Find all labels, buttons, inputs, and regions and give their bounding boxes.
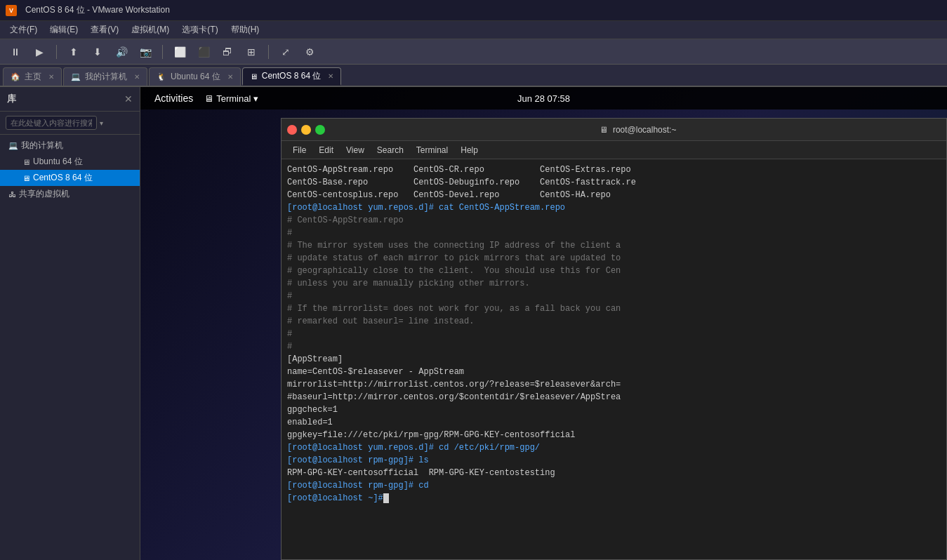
terminal-titlebar: 🖥 root@localhost:~ [282,119,946,141]
tree-icon: 🖥 [22,158,30,166]
vmware-menubar: 文件(F)编辑(E)查看(V)虚拟机(M)选项卡(T)帮助(H) [0,21,947,39]
terminal-line: [root@localhost ~]# [287,492,941,505]
terminal-line: # If the mirrorlist= does not work for y… [287,302,941,315]
tab-close-icon[interactable]: ✕ [227,73,233,81]
toolbar-btn-9[interactable]: ⊞ [241,44,261,60]
terminal-arrow-icon: ▾ [253,93,258,104]
tab-icon: 🖥 [250,72,258,81]
content-area: Activities 🖥 Terminal ▾ Jun 28 07:58 🖥 r… [140,87,947,560]
terminal-menu-item[interactable]: Terminal [411,144,453,156]
tab-CentOS 8 64 位[interactable]: 🖥 CentOS 8 64 位 ✕ [242,67,342,86]
terminal-line: [root@localhost yum.repos.d]# cd /etc/pk… [287,441,941,454]
terminal-line: # unless you are manually picking other … [287,277,941,290]
sidebar-tree-item[interactable]: 💻 我的计算机 [0,138,140,154]
terminal-content[interactable]: CentOS-AppStream.repo CentOS-CR.repo Cen… [282,159,946,559]
tab-close-icon[interactable]: ✕ [328,72,333,80]
terminal-menubar: FileEditViewSearchTerminalHelp [282,141,946,159]
tree-icon: 💻 [8,141,18,150]
vmware-titlebar: V CentOS 8 64 位 - VMware Workstation [0,0,947,21]
terminal-icon: 🖥 [204,93,213,104]
vmware-menu-item[interactable]: 虚拟机(M) [126,22,175,38]
terminal-menu-item[interactable]: Help [455,144,484,156]
terminal-minimize-btn[interactable] [301,125,311,135]
terminal-menu-item[interactable]: File [287,144,312,156]
vmware-menu-item[interactable]: 帮助(H) [225,22,265,38]
terminal-line: enabled=1 [287,416,941,429]
sidebar-tree-item[interactable]: 🖥 CentOS 8 64 位 [0,170,140,186]
sidebar: 库 ✕ ▾ 💻 我的计算机🖥 Ubuntu 64 位🖥 CentOS 8 64 … [0,87,140,560]
toolbar-btn-8[interactable]: 🗗 [218,44,237,60]
terminal-menu-item[interactable]: Edit [313,144,339,156]
tree-icon: 🖥 [22,174,30,182]
gnome-topbar: Activities 🖥 Terminal ▾ Jun 28 07:58 [140,87,947,109]
tab-label: 主页 [25,71,41,83]
vmware-menu-item[interactable]: 查看(V) [85,22,124,38]
vmware-menu-item[interactable]: 编辑(E) [44,22,84,38]
terminal-line: # geographically close to the client. Yo… [287,265,941,277]
vm-logo-icon: V [6,5,17,16]
terminal-window: 🖥 root@localhost:~ FileEditViewSearchTer… [281,118,947,560]
terminal-line: [root@localhost yum.repos.d]# cat CentOS… [287,201,941,214]
sidebar-tree: 💻 我的计算机🖥 Ubuntu 64 位🖥 CentOS 8 64 位🖧 共享的… [0,135,140,560]
toolbar-btn-11[interactable]: ⚙ [300,44,319,60]
sidebar-search: ▾ [0,112,140,135]
terminal-line: [root@localhost rpm-gpg]# cd [287,479,941,492]
terminal-menu-item[interactable]: Search [371,144,409,156]
toolbar-btn-4[interactable]: 🔊 [112,44,131,60]
terminal-line: # [287,227,941,239]
terminal-line: CentOS-AppStream.repo CentOS-CR.repo Cen… [287,164,941,176]
toolbar-btn-3[interactable]: ⬇ [88,44,107,60]
tab-主页[interactable]: 🏠 主页 ✕ [3,67,62,86]
terminal-close-btn[interactable] [287,125,297,135]
vm-display[interactable]: Activities 🖥 Terminal ▾ Jun 28 07:58 🖥 r… [140,87,947,560]
search-dropdown-icon[interactable]: ▾ [100,119,103,127]
vmware-menu-item[interactable]: 选项卡(T) [176,22,223,38]
terminal-line: # The mirror system uses the connecting … [287,239,941,252]
tab-我的计算机[interactable]: 💻 我的计算机 ✕ [63,67,147,86]
cursor-icon [383,493,389,503]
terminal-line: gpgkey=file:///etc/pki/rpm-gpg/RPM-GPG-K… [287,429,941,441]
toolbar-btn-7[interactable]: ⬛ [194,44,213,60]
term-icon: 🖥 [600,125,608,135]
toolbar-btn-2[interactable]: ⬆ [64,44,84,60]
search-input[interactable] [6,116,97,130]
toolbar-btn-6[interactable]: ⬜ [170,44,190,60]
toolbar-btn-5[interactable]: 📷 [135,44,155,60]
terminal-menu-item[interactable]: View [340,144,370,156]
tree-icon: 🖧 [8,190,16,199]
terminal-maximize-btn[interactable] [315,125,325,135]
tab-label: Ubuntu 64 位 [171,71,220,83]
toolbar-btn-10[interactable]: ⤢ [276,44,296,60]
terminal-line: [AppStream] [287,353,941,366]
tree-label: CentOS 8 64 位 [33,172,93,184]
main-area: 库 ✕ ▾ 💻 我的计算机🖥 Ubuntu 64 位🖥 CentOS 8 64 … [0,87,947,560]
vmware-toolbar: ⏸ ▶ ⬆ ⬇ 🔊 📷 ⬜ ⬛ 🗗 ⊞ ⤢ ⚙ [0,39,947,65]
tree-label: Ubuntu 64 位 [33,156,83,168]
tab-close-icon[interactable]: ✕ [48,73,54,81]
terminal-title-text: root@localhost:~ [613,125,677,135]
gnome-clock: Jun 28 07:58 [517,93,570,104]
terminal-line: # CentOS-AppStream.repo [287,214,941,227]
close-icon[interactable]: ✕ [124,93,133,105]
pause-button[interactable]: ⏸ [6,44,25,60]
terminal-label: Terminal [216,93,251,104]
vmware-menu-item[interactable]: 文件(F) [4,22,43,38]
sidebar-tree-item[interactable]: 🖧 共享的虚拟机 [0,186,140,202]
terminal-menu[interactable]: 🖥 Terminal ▾ [199,93,264,104]
tab-close-icon[interactable]: ✕ [134,73,140,81]
terminal-title: 🖥 root@localhost:~ [335,125,941,135]
tree-label: 我的计算机 [21,140,63,152]
toolbar-btn-1[interactable]: ▶ [29,44,49,60]
sidebar-tree-item[interactable]: 🖥 Ubuntu 64 位 [0,154,140,170]
activities-button[interactable]: Activities [149,93,199,104]
terminal-line: gpgcheck=1 [287,404,941,416]
terminal-line: #baseurl=http://mirror.centos.org/$conte… [287,391,941,404]
tab-icon: 🏠 [11,72,20,81]
terminal-line: # update status of each mirror to pick m… [287,252,941,265]
terminal-line: RPM-GPG-KEY-centosofficial RPM-GPG-KEY-c… [287,467,941,479]
terminal-line: # [287,340,941,353]
tabs-bar: 🏠 主页 ✕💻 我的计算机 ✕🐧 Ubuntu 64 位 ✕🖥 CentOS 8… [0,65,947,87]
tab-icon: 🐧 [157,72,166,81]
terminal-line: CentOS-Base.repo CentOS-Debuginfo.repo C… [287,176,941,189]
tab-Ubuntu 64 位[interactable]: 🐧 Ubuntu 64 位 ✕ [149,67,241,86]
